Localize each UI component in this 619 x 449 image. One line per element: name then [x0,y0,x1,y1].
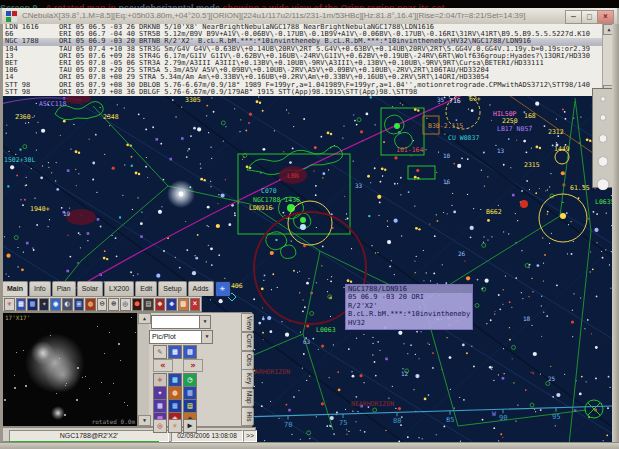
star [596,213,598,215]
sun-icon[interactable]: ◍ [168,386,182,400]
side-tab-view[interactable]: View [241,313,254,332]
target-icon[interactable]: ✛ [153,373,167,387]
star [115,237,117,239]
image-icon[interactable]: ▨ [178,298,189,311]
chart-label: L0635 [595,198,612,206]
zoom-in-icon[interactable]: ⊕ [108,298,119,311]
expand-button[interactable]: >> [243,430,257,442]
star [6,133,7,134]
titlebar[interactable]: CNebulaX[39.8°,1.M=8.5][Eq:+05h03.80m,+0… [2,8,617,25]
star [470,236,472,238]
star [277,287,278,288]
book-blue-icon[interactable]: ◆ [166,298,177,311]
globe-icon[interactable]: ◍ [85,298,96,311]
map-icon[interactable]: ▦ [16,298,27,311]
star [414,260,415,261]
star [40,176,43,179]
panel-side-tabs: ViewContObsKeyMapHis [241,313,253,426]
star [483,236,484,237]
star [285,333,289,337]
photo-star [16,352,17,353]
tab-main[interactable]: Main [2,281,28,297]
star [415,272,416,273]
star [564,111,566,113]
side-tab-obs[interactable]: Obs [241,351,254,370]
object-photo-view[interactable]: 17'X17' rotated 0.0m [3,313,137,426]
tab-solar[interactable]: Solar [77,281,103,296]
star [391,260,392,261]
photo-scrollbar[interactable]: ▲ ▼ [137,313,149,426]
tab-adds[interactable]: Adds [188,281,214,296]
star [217,203,218,204]
finder-star-icon[interactable]: ✳ [4,298,15,311]
table-icon[interactable]: ▥ [183,386,197,400]
star [303,353,305,355]
screen-icon[interactable]: ▣ [74,298,85,311]
picplot-combo[interactable]: Pic/Plot▼ [149,330,213,344]
pic-export-icon[interactable]: ▧ [183,345,197,359]
moon-icon[interactable]: ◐ [62,298,73,311]
star [533,373,534,374]
pic-icon[interactable]: ▦ [168,345,182,359]
info-line: 05 06.9 -03 20 ORI [346,293,472,301]
side-tab-his[interactable]: His [241,407,254,426]
zoom-out-icon[interactable]: ⊖ [97,298,108,311]
star [418,437,419,438]
chevron-down-icon[interactable]: ▼ [199,316,210,328]
mars-icon[interactable]: ● [132,298,143,311]
chevron-down-icon[interactable]: ▼ [201,331,212,343]
prev-image-button[interactable]: « [153,359,173,372]
close-button[interactable]: × [597,10,614,24]
book-red-icon[interactable]: ◆ [155,298,166,311]
gear-icon[interactable]: ✳ [215,281,231,297]
star [536,264,539,267]
camera-icon[interactable]: ▤ [143,298,154,311]
next-image-button[interactable]: » [183,359,203,372]
object-list-table[interactable]: LDN 1616ORI 05 06.5 -03 26 DRKNB 5/10'X8… [3,24,612,96]
star [124,107,125,108]
star [15,154,16,155]
palette-icon[interactable]: ✎ [153,345,167,359]
horizon-azimuth-label: 75 [339,419,347,427]
star [540,373,541,374]
star [193,127,196,130]
night-chart-icon[interactable]: ▩ [27,298,38,311]
star [610,387,611,388]
tab-plan[interactable]: Plan [52,281,76,296]
grid-purple-icon[interactable]: ▩ [153,399,167,413]
tab-edit[interactable]: Edit [135,281,157,296]
side-tab-cont[interactable]: Cont [241,332,254,351]
tab-setup[interactable]: Setup [158,281,186,296]
compass-red-icon[interactable]: ◎ [153,419,167,433]
tab-lx200[interactable]: LX200 [104,281,134,296]
search-icon[interactable]: ◎ [120,298,131,311]
star [462,344,465,347]
star [407,353,408,354]
star [397,183,398,184]
close-red-icon[interactable]: × [190,298,201,311]
comet-icon[interactable]: ✦ [39,298,50,311]
chart-mini-icon[interactable]: ▦ [168,399,182,413]
object-combo[interactable]: ▼ [151,315,211,329]
restore-button[interactable]: □ [581,10,598,24]
map-mini-icon[interactable]: ▦ [168,373,182,387]
star [595,378,597,380]
side-tab-map[interactable]: Map [241,388,254,407]
avi-icon[interactable]: ▤ [183,399,197,413]
star [6,273,7,274]
side-tab-key[interactable]: Key [241,369,254,388]
planet-icon[interactable]: ◉ [50,298,61,311]
star [73,124,74,125]
table-row[interactable]: STT 98ORI 05 07.9 +08 36 DBLGF 5.76-6.67… [3,89,612,96]
star [141,212,142,213]
tab-info[interactable]: Info [29,281,51,296]
star [283,151,284,152]
star [240,119,241,120]
gear-orange-icon[interactable]: ✳ [168,419,182,433]
star [461,157,463,159]
star-purple-icon[interactable]: ✦ [153,386,167,400]
minimize-button[interactable]: – [565,10,582,24]
cursor-icon[interactable]: ▶ [183,419,197,433]
clock-icon[interactable]: ◷ [183,373,197,387]
star [79,234,80,235]
